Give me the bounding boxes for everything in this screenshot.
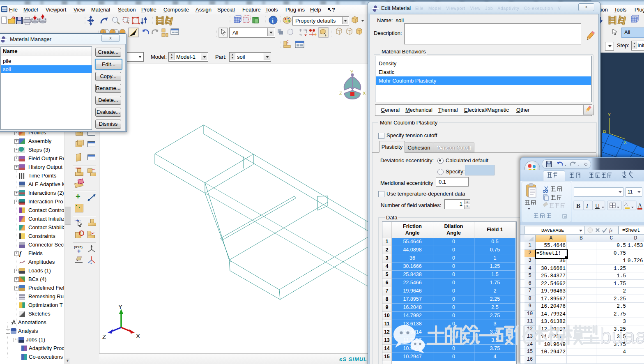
svg-text:X: X	[624, 140, 627, 145]
svg-text:U: U	[595, 203, 600, 209]
svg-text:B: B	[576, 203, 580, 209]
svg-text:A: A	[638, 203, 642, 209]
svg-text:I: I	[586, 203, 589, 209]
svg-text:fx: fx	[609, 228, 613, 233]
svg-text:buaa: buaa	[600, 324, 644, 348]
svg-text:i: i	[272, 18, 274, 24]
svg-text:Y: Y	[608, 113, 611, 117]
svg-text:+: +	[90, 262, 92, 265]
